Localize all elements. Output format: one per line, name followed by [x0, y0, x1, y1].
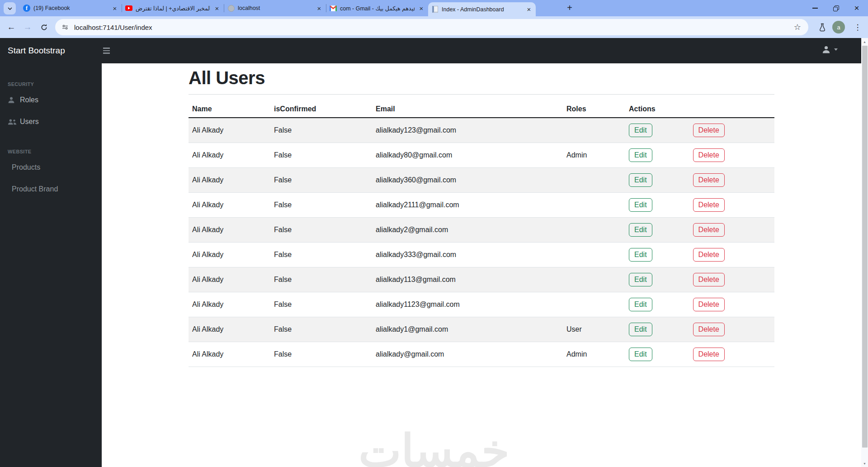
- reload-icon: [40, 24, 48, 31]
- hamburger-icon: [103, 48, 110, 49]
- page-title: All Users: [189, 68, 774, 88]
- site-settings-icon[interactable]: [61, 24, 69, 31]
- experiments-flask-icon[interactable]: [816, 16, 829, 38]
- divider: [189, 94, 774, 95]
- scrollbar-down-arrow[interactable]: ▼: [861, 460, 868, 467]
- browser-tab[interactable]: المخبر الاقتصادي+ | لماذا تقترض×: [122, 0, 224, 16]
- sidebar: SECURITY Roles Users WEBSITE Products Pr…: [0, 63, 102, 467]
- column-header-email: Email: [372, 101, 563, 118]
- tab-close-icon[interactable]: ×: [418, 5, 425, 12]
- facebook-favicon: f: [23, 5, 30, 12]
- tab-title: Index - AdminDashboard: [442, 6, 522, 13]
- tab-title: (19) Facebook: [33, 5, 108, 11]
- table-row: Ali AlkadyFalsealialkady360@gmail.comEdi…: [189, 167, 774, 192]
- app-navbar: Start Bootstrap: [0, 38, 868, 63]
- url-text[interactable]: localhost:7141/User/index: [74, 24, 794, 31]
- profile-avatar[interactable]: a: [832, 21, 845, 33]
- delete-button[interactable]: Delete: [693, 148, 725, 162]
- cell-actions: EditDelete: [625, 167, 774, 192]
- cell-name: Ali Alkady: [189, 192, 270, 217]
- browser-menu-icon[interactable]: ⋮: [852, 16, 863, 38]
- sidebar-item-users[interactable]: Users: [0, 111, 102, 133]
- delete-button[interactable]: Delete: [693, 323, 725, 336]
- delete-button[interactable]: Delete: [693, 248, 725, 262]
- delete-button[interactable]: Delete: [693, 348, 725, 361]
- edit-button[interactable]: Edit: [629, 248, 652, 262]
- edit-button[interactable]: Edit: [629, 173, 652, 187]
- sidebar-item-label: Product Brand: [12, 185, 58, 193]
- forward-button[interactable]: →: [20, 16, 35, 38]
- window-restore-button[interactable]: [829, 1, 843, 15]
- edit-button[interactable]: Edit: [629, 298, 652, 311]
- cell-actions: EditDelete: [625, 118, 774, 143]
- cell-actions: EditDelete: [625, 143, 774, 167]
- address-bar[interactable]: localhost:7141/User/index ☆: [55, 19, 808, 35]
- cell-actions: EditDelete: [625, 292, 774, 317]
- tab-close-icon[interactable]: ×: [213, 5, 221, 12]
- cell-email: alialkady113@gmail.com: [372, 267, 563, 292]
- cell-name: Ali Alkady: [189, 167, 270, 192]
- edit-button[interactable]: Edit: [629, 124, 652, 137]
- gmail-favicon: [330, 5, 337, 12]
- sidebar-toggle-button[interactable]: [103, 46, 115, 56]
- page-scrollbar[interactable]: ▲ ▼: [861, 38, 868, 467]
- cell-email: alialkady333@gmail.com: [372, 242, 563, 267]
- users-table-body: Ali AlkadyFalsealialkady123@gmail.comEdi…: [189, 118, 774, 367]
- table-row: Ali AlkadyFalsealialkady80@gmail.comAdmi…: [189, 143, 774, 167]
- scrollbar-thumb[interactable]: [862, 46, 868, 448]
- delete-button[interactable]: Delete: [693, 223, 725, 237]
- cell-actions: EditDelete: [625, 342, 774, 367]
- edit-button[interactable]: Edit: [629, 223, 652, 237]
- browser-tab[interactable]: localhost×: [224, 0, 326, 16]
- window-minimize-button[interactable]: [808, 1, 822, 15]
- bookmark-star-icon[interactable]: ☆: [794, 22, 801, 32]
- delete-button[interactable]: Delete: [693, 124, 725, 137]
- sidebar-item-product-brand[interactable]: Product Brand: [0, 178, 102, 200]
- delete-button[interactable]: Delete: [693, 198, 725, 212]
- cell-roles: [563, 292, 625, 317]
- table-row: Ali AlkadyFalsealialkady1@gmail.comUserE…: [189, 317, 774, 342]
- delete-button[interactable]: Delete: [693, 173, 725, 187]
- document-favicon: [431, 6, 439, 13]
- tab-close-icon[interactable]: ×: [525, 5, 533, 13]
- delete-button[interactable]: Delete: [693, 298, 725, 311]
- new-tab-button[interactable]: +: [564, 3, 575, 14]
- edit-button[interactable]: Edit: [629, 273, 652, 286]
- users-table: Name isConfirmed Email Roles Actions Ali…: [189, 101, 774, 367]
- delete-button[interactable]: Delete: [693, 273, 725, 286]
- cell-isconfirmed: False: [270, 143, 372, 167]
- cell-isconfirmed: False: [270, 118, 372, 143]
- cell-name: Ali Alkady: [189, 217, 270, 242]
- browser-tab-active[interactable]: Index - AdminDashboard×: [428, 2, 536, 16]
- edit-button[interactable]: Edit: [629, 348, 652, 361]
- sidebar-item-label: Users: [20, 118, 39, 126]
- browser-tab[interactable]: com - Gmail - عيدهم هيكمل بيك×: [326, 0, 428, 16]
- sidebar-item-label: Roles: [20, 96, 38, 104]
- tab-title: localhost: [238, 5, 312, 11]
- column-header-roles: Roles: [563, 101, 625, 118]
- tab-close-icon[interactable]: ×: [111, 5, 118, 12]
- cell-name: Ali Alkady: [189, 292, 270, 317]
- reload-button[interactable]: [36, 16, 52, 38]
- back-button[interactable]: ←: [4, 16, 19, 38]
- user-dropdown[interactable]: [822, 45, 838, 54]
- column-header-isconfirmed: isConfirmed: [270, 101, 372, 118]
- scrollbar-up-arrow[interactable]: ▲: [861, 38, 868, 45]
- tab-close-icon[interactable]: ×: [316, 5, 323, 12]
- cell-isconfirmed: False: [270, 342, 372, 367]
- sidebar-item-products[interactable]: Products: [0, 157, 102, 178]
- cell-roles: Admin: [563, 342, 625, 367]
- edit-button[interactable]: Edit: [629, 148, 652, 162]
- window-close-button[interactable]: ×: [850, 1, 863, 15]
- table-row: Ali AlkadyFalsealialkady1123@gmail.comEd…: [189, 292, 774, 317]
- sidebar-item-roles[interactable]: Roles: [0, 89, 102, 111]
- edit-button[interactable]: Edit: [629, 198, 652, 212]
- brand-link[interactable]: Start Bootstrap: [8, 38, 65, 63]
- edit-button[interactable]: Edit: [629, 323, 652, 336]
- browser-tab[interactable]: f(19) Facebook×: [20, 0, 122, 16]
- tab-search-button[interactable]: [4, 2, 16, 14]
- minimize-icon: [812, 8, 818, 9]
- people-icon: [8, 119, 20, 125]
- chevron-down-icon: [7, 6, 13, 11]
- cell-email: alialkady360@gmail.com: [372, 167, 563, 192]
